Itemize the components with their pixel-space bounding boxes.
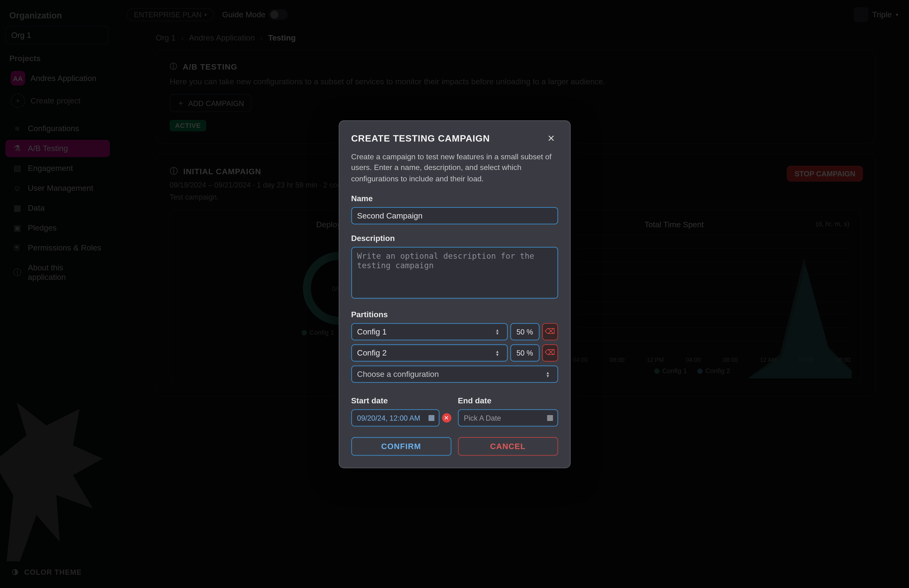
modal-title: CREATE TESTING CAMPAIGN bbox=[351, 132, 490, 143]
campaign-name-input[interactable] bbox=[351, 207, 558, 224]
partition-config-select[interactable]: Choose a configuration ▴▾ bbox=[351, 365, 558, 383]
end-date-label: End date bbox=[458, 396, 558, 405]
end-date-placeholder: Pick A Date bbox=[464, 414, 501, 422]
delete-partition-button[interactable]: ⌫ bbox=[542, 323, 558, 340]
close-icon[interactable]: ✕ bbox=[545, 131, 558, 145]
create-campaign-modal: CREATE TESTING CAMPAIGN ✕ Create a campa… bbox=[339, 120, 570, 468]
pct-suffix: % bbox=[526, 349, 533, 357]
description-label: Description bbox=[351, 233, 558, 242]
calendar-icon: ▦ bbox=[547, 413, 553, 422]
partition-config-select[interactable]: Config 2 ▴▾ bbox=[351, 344, 507, 361]
partition-row: Config 2 ▴▾ 50 % ⌫ bbox=[351, 344, 558, 361]
partition-percent-input[interactable]: 50 % bbox=[510, 344, 539, 361]
confirm-label: CONFIRM bbox=[381, 441, 421, 451]
delete-icon: ⌫ bbox=[545, 349, 555, 357]
delete-icon: ⌫ bbox=[545, 327, 555, 336]
start-date-input[interactable]: 09/20/24, 12:00 AM ▦ bbox=[351, 409, 439, 426]
selected-config: Config 1 bbox=[357, 327, 387, 336]
pct-suffix: % bbox=[526, 327, 533, 335]
partition-config-select[interactable]: Config 1 ▴▾ bbox=[351, 323, 507, 340]
select-placeholder: Choose a configuration bbox=[357, 369, 439, 378]
start-date-label: Start date bbox=[351, 396, 451, 405]
partition-percent-input[interactable]: 50 % bbox=[510, 323, 539, 340]
delete-partition-button[interactable]: ⌫ bbox=[542, 344, 558, 361]
cancel-label: CANCEL bbox=[490, 441, 526, 451]
partitions-label: Partitions bbox=[351, 310, 558, 319]
name-label: Name bbox=[351, 194, 558, 203]
start-date-value: 09/20/24, 12:00 AM bbox=[357, 414, 420, 422]
modal-description: Create a campaign to test new features i… bbox=[351, 151, 558, 184]
close-icon: ✕ bbox=[444, 414, 449, 421]
partition-row-empty: Choose a configuration ▴▾ bbox=[351, 365, 558, 383]
pct-value: 50 bbox=[517, 327, 525, 335]
cancel-button[interactable]: CANCEL bbox=[458, 437, 558, 455]
calendar-icon: ▦ bbox=[428, 413, 434, 422]
stepper-icon: ▴▾ bbox=[496, 349, 501, 356]
confirm-button[interactable]: CONFIRM bbox=[351, 437, 451, 455]
end-date-input[interactable]: Pick A Date ▦ bbox=[458, 409, 558, 426]
selected-config: Config 2 bbox=[357, 348, 387, 357]
clear-date-button[interactable]: ✕ bbox=[442, 413, 451, 422]
campaign-description-input[interactable] bbox=[351, 247, 558, 298]
pct-value: 50 bbox=[517, 349, 525, 357]
partition-row: Config 1 ▴▾ 50 % ⌫ bbox=[351, 323, 558, 340]
stepper-icon: ▴▾ bbox=[547, 370, 552, 377]
stepper-icon: ▴▾ bbox=[496, 328, 501, 335]
